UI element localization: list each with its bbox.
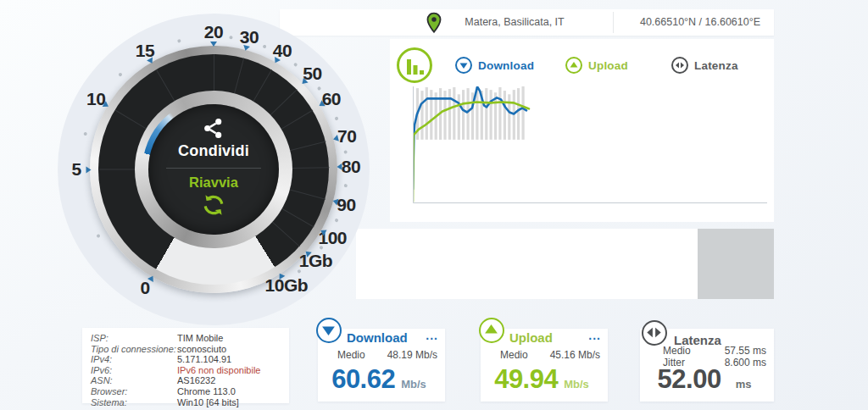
gauge-segment-line (214, 54, 214, 91)
info-value: Win10 [64 bits] (177, 397, 239, 408)
gauge-tick-label: 10Gb (265, 275, 309, 296)
info-value: TIM Mobile (177, 333, 223, 344)
download-card-title: Download (347, 330, 408, 345)
info-label: IPv4: (91, 354, 177, 365)
info-label: ASN: (91, 375, 177, 386)
coordinates-text: 40.66510°N / 16.60610°E (630, 9, 771, 36)
speed-chart (413, 86, 767, 207)
hub-divider (166, 168, 261, 169)
sample-bar (462, 90, 465, 140)
info-label: Tipo di connessione: (91, 344, 177, 355)
info-value: AS16232 (177, 375, 215, 386)
gauge-hub: Condividi Riavvia (148, 104, 279, 235)
chart-type-icon[interactable] (397, 47, 432, 83)
info-row: IPv4:5.171.104.91 (91, 354, 281, 365)
download-value: 60.62 (331, 364, 395, 395)
share-icon (202, 117, 225, 140)
tab-upload-label: Upload (588, 59, 628, 72)
info-label: IPv6: (91, 365, 177, 376)
upload-card-title: Upload (509, 330, 553, 345)
location-pin-icon (425, 12, 443, 34)
info-label: Sistema: (91, 397, 177, 408)
gauge-tick-marker (86, 167, 92, 174)
tab-download[interactable]: Download (455, 56, 534, 75)
info-label: ISP: (91, 333, 177, 344)
info-row: Tipo di connessione:sconosciuto (91, 344, 281, 355)
connection-info-card: ISP:TIM MobileTipo di connessione:sconos… (82, 328, 289, 403)
upload-circle-icon (479, 318, 504, 343)
gauge-segment-line (98, 169, 136, 170)
info-row: ASN:AS16232 (91, 375, 281, 386)
latency-avg-label: Medio (663, 345, 691, 357)
sample-bar (420, 91, 423, 140)
download-menu-button[interactable]: ... (426, 329, 438, 342)
sample-bar (508, 94, 510, 140)
sample-bar (522, 86, 525, 140)
gauge-tick-marker (210, 42, 217, 47)
info-row: ISP:TIM Mobile (91, 333, 281, 344)
lower-panel (356, 229, 774, 299)
gauge-tick-label: 0 (140, 278, 149, 298)
tab-latency[interactable]: Latenza (671, 56, 738, 75)
latency-circle-icon (642, 320, 667, 346)
location-text: Matera, Basilicata, IT (447, 9, 582, 36)
download-avg-value: 48.19 Mb/s (387, 349, 437, 361)
sample-bar (485, 88, 487, 140)
sample-bar (504, 91, 506, 140)
placeholder-box (698, 229, 774, 299)
info-row: IPv6:IPv6 non disponibile (91, 365, 281, 376)
upload-value: 49.94 (494, 364, 558, 395)
info-row: Browser:Chrome 113.0 (91, 386, 281, 397)
results-panel: Download Upload Latenza (390, 39, 774, 222)
share-label: Condividi (178, 142, 249, 160)
gauge-tick-label: 90 (337, 195, 355, 215)
download-circle-icon (316, 318, 342, 343)
sample-bar (453, 87, 455, 140)
info-label: Browser: (91, 386, 177, 397)
speedtest-app: Matera, Basilicata, IT 40.66510°N / 16.6… (0, 0, 868, 410)
upload-menu-button[interactable]: ... (588, 329, 601, 342)
latency-result-card: Latenza Medio 57.55 ms Jitter 8.600 ms 5… (640, 329, 774, 402)
bar-chart-icon (406, 58, 425, 76)
header-divider (613, 12, 614, 33)
info-value: sconosciuto (177, 344, 226, 355)
info-row: Sistema:Win10 [64 bits] (91, 397, 281, 408)
info-value: Chrome 113.0 (177, 386, 236, 397)
sample-bar (498, 87, 501, 140)
latency-unit: ms (736, 378, 752, 391)
sample-bar (448, 89, 451, 140)
gauge-tick-label: 20 (204, 22, 223, 42)
download-arrow-icon (455, 57, 472, 74)
sample-bar (490, 90, 492, 140)
download-unit: Mb/s (401, 378, 426, 391)
location-bar: Matera, Basilicata, IT 40.66510°N / 16.6… (280, 9, 774, 36)
gauge-tick-marker (337, 163, 342, 170)
sample-bar (517, 88, 520, 140)
upload-unit: Mb/s (564, 378, 589, 391)
sample-bar (458, 94, 460, 140)
gauge-tick-label: 70 (337, 126, 356, 147)
download-result-card: Download ... Medio 48.19 Mb/s 60.62 Mb/s (318, 329, 445, 402)
sample-bar (430, 90, 432, 140)
info-value: 5.171.104.91 (177, 354, 231, 365)
restart-label: Riavvia (189, 175, 238, 191)
upload-result-card: Upload ... Medio 45.16 Mb/s 49.94 Mb/s (481, 329, 608, 402)
sample-bar (426, 87, 428, 140)
latency-arrows-icon (671, 57, 688, 74)
gauge-tick-label: 80 (342, 157, 360, 177)
restart-icon (201, 192, 226, 218)
latency-value: 52.00 (658, 364, 721, 395)
upload-arrow-icon (565, 57, 582, 74)
upload-avg-value: 45.16 Mb/s (550, 349, 600, 361)
gauge-tick-label: 30 (240, 27, 259, 47)
restart-button[interactable]: Riavvia (189, 175, 238, 218)
upload-avg-label: Medio (500, 349, 528, 361)
latency-avg-value: 57.55 ms (725, 345, 766, 357)
tab-upload[interactable]: Upload (565, 56, 628, 75)
share-button[interactable]: Condividi (178, 117, 249, 160)
info-value: IPv6 non disponibile (177, 365, 260, 376)
download-avg-label: Medio (337, 349, 365, 361)
sample-bar (467, 88, 470, 140)
tab-latency-label: Latenza (694, 59, 738, 72)
tab-download-label: Download (478, 59, 534, 72)
